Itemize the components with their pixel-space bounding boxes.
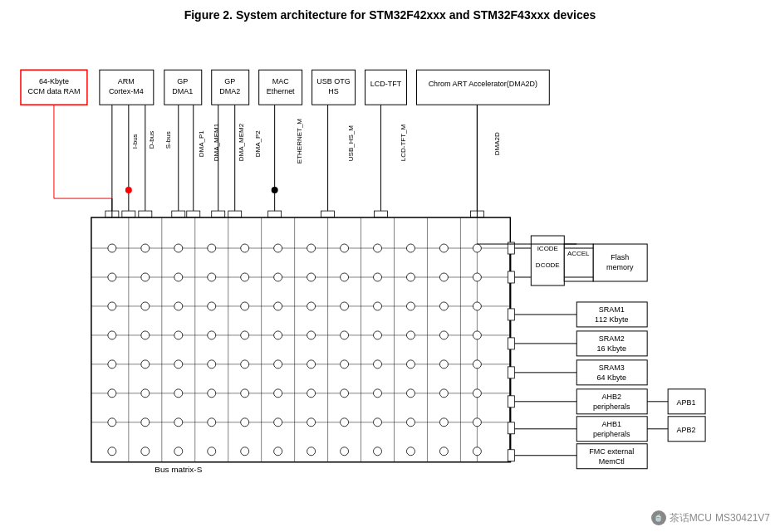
svg-point-96: [307, 273, 316, 281]
svg-point-82: [241, 244, 249, 252]
svg-point-138: [108, 389, 116, 398]
svg-point-135: [406, 360, 415, 368]
svg-rect-49: [172, 211, 185, 217]
svg-text:FMC external: FMC external: [589, 447, 634, 456]
svg-point-80: [174, 244, 183, 252]
svg-point-150: [108, 418, 116, 427]
svg-point-155: [274, 418, 282, 427]
svg-point-110: [374, 302, 382, 310]
svg-text:S-bus: S-bus: [164, 131, 172, 149]
svg-point-92: [174, 273, 183, 281]
svg-text:AHB2: AHB2: [601, 393, 621, 401]
svg-text:ICODE: ICODE: [537, 245, 558, 252]
svg-point-122: [374, 331, 382, 339]
svg-rect-50: [187, 211, 200, 217]
svg-text:ETHERNET_M: ETHERNET_M: [296, 119, 303, 164]
svg-point-112: [439, 302, 448, 310]
svg-point-139: [141, 389, 150, 398]
svg-text:ARM: ARM: [118, 77, 135, 85]
svg-point-113: [473, 302, 481, 310]
svg-text:GP: GP: [177, 77, 188, 85]
svg-rect-48: [139, 211, 152, 217]
svg-text:112 Kbyte: 112 Kbyte: [595, 315, 628, 324]
svg-point-123: [406, 331, 415, 339]
svg-text:GP: GP: [224, 77, 235, 85]
svg-rect-52: [228, 211, 242, 217]
svg-point-100: [439, 273, 448, 281]
svg-point-131: [274, 360, 282, 368]
svg-point-149: [473, 389, 481, 398]
svg-point-89: [473, 244, 481, 252]
svg-point-94: [241, 273, 249, 281]
svg-point-90: [108, 273, 116, 281]
svg-point-116: [174, 331, 183, 339]
svg-point-101: [473, 273, 481, 281]
svg-point-95: [274, 273, 282, 281]
svg-text:64 Kbyte: 64 Kbyte: [596, 373, 625, 382]
svg-text:I-bus: I-bus: [131, 134, 139, 149]
svg-point-152: [174, 418, 183, 427]
svg-text:LCD-TFT_M: LCD-TFT_M: [400, 124, 407, 161]
svg-rect-224: [508, 422, 514, 434]
svg-point-109: [341, 302, 349, 310]
svg-point-162: [108, 447, 116, 456]
svg-text:MAC: MAC: [272, 77, 289, 85]
svg-text:MemCtl: MemCtl: [599, 457, 625, 466]
svg-point-159: [406, 418, 415, 427]
svg-text:Chrom ART Accelerator(DMA2D): Chrom ART Accelerator(DMA2D): [429, 80, 537, 88]
watermark-text: 茶话MCU: [670, 511, 712, 525]
svg-text:DMA_MEM1: DMA_MEM1: [213, 123, 220, 161]
svg-point-87: [406, 244, 415, 252]
svg-text:SRAM2: SRAM2: [599, 334, 625, 343]
svg-point-119: [274, 331, 282, 339]
svg-point-132: [307, 360, 316, 368]
svg-point-171: [406, 447, 415, 456]
svg-point-103: [141, 302, 150, 310]
svg-point-88: [439, 244, 448, 252]
svg-point-165: [208, 447, 216, 456]
svg-rect-222: [508, 367, 514, 378]
svg-point-168: [307, 447, 316, 456]
svg-point-107: [274, 302, 282, 310]
svg-rect-54: [321, 211, 335, 217]
svg-point-156: [307, 418, 316, 427]
svg-point-79: [141, 244, 150, 252]
svg-point-160: [439, 418, 448, 427]
svg-point-83: [274, 244, 282, 252]
svg-rect-53: [268, 211, 282, 217]
svg-point-133: [341, 360, 349, 368]
svg-point-124: [439, 331, 448, 339]
svg-point-93: [208, 273, 216, 281]
svg-point-141: [208, 389, 216, 398]
svg-text:USB_HS_M: USB_HS_M: [347, 125, 355, 161]
svg-text:HS: HS: [328, 87, 338, 95]
svg-text:SRAM1: SRAM1: [599, 305, 625, 314]
svg-point-91: [141, 273, 150, 281]
svg-text:DMA1: DMA1: [172, 87, 193, 95]
svg-text:LCD-TFT: LCD-TFT: [370, 80, 402, 88]
svg-point-164: [174, 447, 183, 456]
svg-text:Flash: Flash: [611, 253, 629, 261]
svg-point-154: [241, 418, 249, 427]
svg-point-78: [108, 244, 116, 252]
svg-point-86: [374, 244, 382, 252]
svg-text:16 Kbyte: 16 Kbyte: [596, 344, 625, 353]
svg-text:DMA2: DMA2: [219, 87, 240, 95]
svg-point-106: [241, 302, 249, 310]
svg-point-170: [374, 447, 382, 456]
svg-point-167: [274, 447, 282, 456]
svg-point-161: [473, 418, 481, 427]
svg-point-136: [439, 360, 448, 368]
svg-rect-51: [212, 211, 225, 217]
page-container: Figure 2. System architecture for STM32F…: [0, 0, 780, 532]
svg-text:D-bus: D-bus: [148, 131, 155, 149]
svg-text:Bus matrix-S: Bus matrix-S: [155, 465, 202, 474]
svg-point-114: [108, 331, 116, 339]
svg-point-127: [141, 360, 150, 368]
svg-point-102: [108, 302, 116, 310]
svg-rect-221: [508, 338, 514, 349]
svg-point-157: [341, 418, 349, 427]
svg-text:USB OTG: USB OTG: [316, 77, 350, 85]
svg-text:64-Kbyte: 64-Kbyte: [39, 77, 69, 85]
svg-rect-47: [122, 211, 135, 217]
